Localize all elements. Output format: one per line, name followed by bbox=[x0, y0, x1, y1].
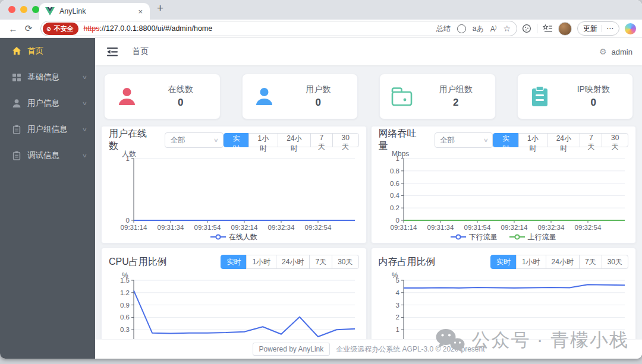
main-content: 首页 ⚙ admin 在线数0 bbox=[95, 38, 642, 359]
svg-text:2: 2 bbox=[395, 314, 399, 321]
watermark: 公众号 · 青檬小栈 bbox=[435, 328, 629, 353]
favorites-bar-icon[interactable] bbox=[543, 24, 553, 33]
stat-label: 在线数 bbox=[149, 84, 213, 95]
clipboard-teal-icon bbox=[518, 86, 562, 107]
summarize-icon[interactable] bbox=[457, 24, 466, 33]
app-topbar: 首页 ⚙ admin bbox=[95, 38, 642, 65]
stat-card-user-groups: 用户组数2 bbox=[379, 74, 496, 119]
svg-text:0.9: 0.9 bbox=[120, 302, 130, 309]
clipboard-icon bbox=[12, 125, 21, 134]
update-button[interactable]: 更新 ⋯ bbox=[577, 21, 619, 36]
time-range-button[interactable]: 30天 bbox=[602, 255, 628, 269]
grid-icon bbox=[12, 72, 21, 82]
chevron-down-icon: ∨ bbox=[213, 137, 219, 143]
copilot-icon[interactable] bbox=[625, 23, 636, 34]
window-controls bbox=[8, 6, 39, 13]
read-aloud-icon[interactable]: A) bbox=[490, 24, 497, 33]
time-range-button[interactable]: 7天 bbox=[309, 255, 332, 269]
username[interactable]: admin bbox=[612, 48, 632, 56]
security-badge[interactable]: ⊘ 不安全 bbox=[43, 23, 78, 35]
time-range-button[interactable]: 1小时 bbox=[246, 255, 276, 269]
user-red-icon bbox=[105, 86, 149, 107]
reload-icon[interactable]: ⟳ bbox=[21, 23, 36, 34]
translate-icon[interactable]: aあ bbox=[473, 24, 484, 34]
time-range-button[interactable]: 24小时 bbox=[547, 133, 580, 147]
new-tab-button[interactable]: + bbox=[157, 2, 163, 15]
svg-text:09:32:54: 09:32:54 bbox=[574, 224, 601, 231]
time-range-button[interactable]: 实时 bbox=[221, 255, 247, 269]
sidebar-item-home[interactable]: 首页 bbox=[0, 38, 95, 64]
close-window-button[interactable] bbox=[8, 6, 15, 13]
time-range-button[interactable]: 24小时 bbox=[276, 255, 310, 269]
time-range-button[interactable]: 实时 bbox=[490, 255, 517, 269]
time-range-button[interactable]: 1小时 bbox=[248, 133, 278, 147]
svg-text:09:32:14: 09:32:14 bbox=[231, 224, 258, 231]
svg-text:09:31:14: 09:31:14 bbox=[390, 224, 417, 231]
gear-icon[interactable]: ⚙ bbox=[599, 47, 607, 56]
time-range-button[interactable]: 7天 bbox=[579, 255, 602, 269]
time-range-button[interactable]: 实时 bbox=[493, 133, 518, 147]
chart-panels: 用户在线数 全部∨ 实时1小时24小时7天30天 人数0109:31:1409:… bbox=[101, 126, 636, 359]
time-range-button[interactable]: 30天 bbox=[332, 255, 358, 269]
url-input[interactable]: ⊘ 不安全 https://127.0.0.1:8800/ui/#/admin/… bbox=[40, 21, 517, 36]
legend-item[interactable]: 在线人数 bbox=[210, 232, 257, 242]
sidebar-item-user-group-info[interactable]: 用户组信息 ∨ bbox=[0, 116, 95, 143]
breadcrumb[interactable]: 首页 bbox=[132, 46, 149, 57]
time-range-button[interactable]: 7天 bbox=[310, 133, 333, 147]
time-range-button[interactable]: 7天 bbox=[580, 133, 602, 147]
time-range-button[interactable]: 实时 bbox=[224, 133, 249, 147]
stat-label: 用户组数 bbox=[424, 84, 488, 95]
maximize-window-button[interactable] bbox=[32, 6, 39, 13]
stat-value: 0 bbox=[149, 97, 213, 109]
chevron-down-icon: ∨ bbox=[483, 137, 488, 143]
svg-text:0.4: 0.4 bbox=[390, 192, 400, 199]
svg-text:09:32:34: 09:32:34 bbox=[268, 224, 295, 231]
browser-tab[interactable]: AnyLink × bbox=[39, 3, 150, 20]
sidebar-item-user-info[interactable]: 用户信息 ∨ bbox=[0, 90, 95, 116]
time-range-button[interactable]: 30天 bbox=[332, 133, 359, 147]
powered-by-badge[interactable]: Powered by AnyLink bbox=[253, 343, 331, 356]
more-menu-icon[interactable]: ⋯ bbox=[606, 24, 613, 33]
watermark-text: 公众号 · 青檬小栈 bbox=[471, 328, 629, 353]
user-icon bbox=[12, 99, 21, 108]
legend-item[interactable]: 下行流量 bbox=[451, 232, 498, 242]
svg-text:0.8: 0.8 bbox=[390, 167, 399, 175]
chart-legend: 在线人数 bbox=[109, 231, 359, 243]
svg-text:0.2: 0.2 bbox=[390, 204, 399, 211]
time-range-button[interactable]: 1小时 bbox=[518, 133, 548, 147]
extension-icon[interactable] bbox=[522, 24, 531, 33]
back-icon[interactable]: ← bbox=[6, 24, 20, 34]
stat-cards-row: 在线数0 用户数0 用户组数2 bbox=[104, 74, 633, 119]
svg-text:0: 0 bbox=[395, 217, 399, 224]
stat-value: 2 bbox=[424, 97, 488, 109]
toolbar-divider bbox=[537, 24, 537, 33]
svg-text:0: 0 bbox=[126, 217, 130, 224]
scope-select[interactable]: 全部∨ bbox=[435, 132, 493, 148]
time-range-group: 实时1小时24小时7天30天 bbox=[224, 133, 359, 147]
svg-text:09:31:34: 09:31:34 bbox=[158, 224, 184, 231]
summarize-label[interactable]: 总结 bbox=[436, 24, 451, 34]
sidebar-fold-icon[interactable] bbox=[107, 47, 119, 57]
time-range-button[interactable]: 24小时 bbox=[546, 255, 580, 269]
minimize-window-button[interactable] bbox=[20, 6, 27, 13]
time-range-group: 实时1小时24小时7天30天 bbox=[493, 133, 628, 147]
time-range-button[interactable]: 1小时 bbox=[516, 255, 546, 269]
tab-close-icon[interactable]: × bbox=[137, 7, 144, 16]
browser-address-bar: ← ⟳ ⊘ 不安全 https://127.0.0.1:8800/ui/#/ad… bbox=[0, 20, 642, 38]
svg-text:1: 1 bbox=[126, 155, 130, 162]
time-range-button[interactable]: 30天 bbox=[602, 133, 628, 147]
favorite-star-icon[interactable]: ☆ bbox=[503, 24, 511, 33]
scope-select[interactable]: 全部∨ bbox=[165, 132, 223, 148]
legend-item[interactable]: 上行流量 bbox=[509, 232, 556, 242]
time-range-group: 实时1小时24小时7天30天 bbox=[490, 255, 628, 269]
sidebar-item-debug-info[interactable]: 调试信息 ∨ bbox=[0, 143, 95, 169]
stat-card-ip-maps: IP映射数0 bbox=[517, 74, 634, 119]
chevron-down-icon: ∨ bbox=[82, 153, 87, 159]
chevron-down-icon: ∨ bbox=[82, 126, 87, 132]
chevron-down-icon: ∨ bbox=[82, 100, 87, 106]
home-icon bbox=[12, 46, 21, 56]
user-blue-icon bbox=[243, 86, 287, 107]
time-range-button[interactable]: 24小时 bbox=[278, 133, 311, 147]
sidebar-item-basic-info[interactable]: 基础信息 ∨ bbox=[0, 64, 95, 90]
profile-avatar[interactable] bbox=[558, 22, 572, 36]
